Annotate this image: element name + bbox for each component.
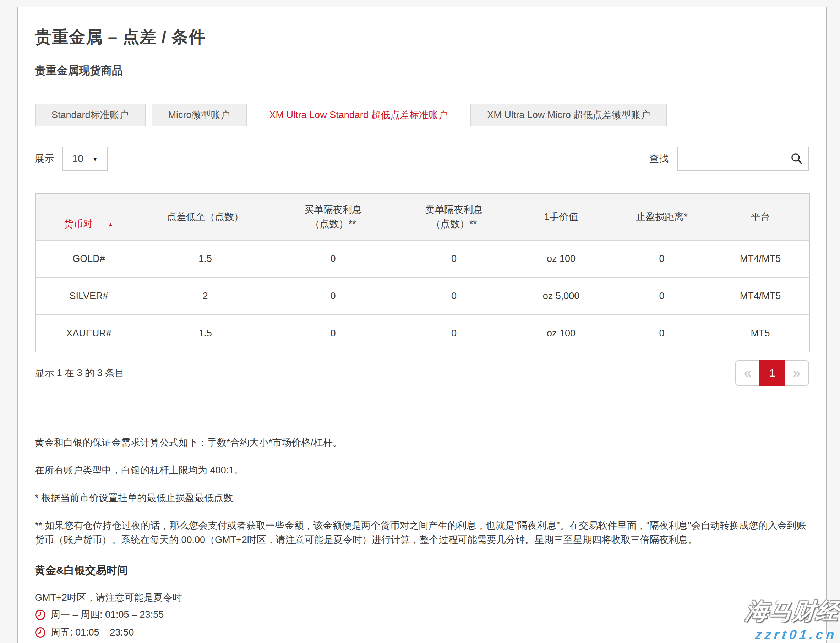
content-card: 贵重金属 – 点差 / 条件 贵重金属现货商品 Standard标准账户 Mic… — [17, 7, 827, 643]
section-divider — [35, 411, 809, 411]
schedule-line: 周一 – 周四: 01:05 – 23:55 — [35, 607, 809, 622]
cell-swap-long: 0 — [268, 240, 398, 277]
tab-ultra-low-standard[interactable]: XM Ultra Low Standard 超低点差标准账户 — [253, 104, 465, 126]
cell-swap-long: 0 — [268, 277, 398, 315]
search-icon — [790, 152, 803, 165]
sort-asc-icon: ▲ — [108, 221, 114, 228]
cell-symbol: XAUEUR# — [35, 315, 142, 352]
cell-platform: MT5 — [711, 315, 809, 352]
account-type-tabs: Standard标准账户 Micro微型账户 XM Ultra Low Stan… — [35, 104, 809, 126]
search-label: 查找 — [649, 152, 668, 165]
pagination-prev-button[interactable]: « — [735, 360, 760, 386]
table-footer: 显示 1 在 3 的 3 条目 « 1 » — [35, 360, 809, 386]
limit-stop-note: * 根据当前市价设置挂单的最低止损盈最低点数 — [35, 491, 809, 505]
cell-limit-stop: 0 — [612, 277, 711, 315]
cell-symbol: SILVER# — [35, 277, 142, 315]
cell-lot-value: oz 100 — [510, 315, 612, 352]
tab-label: XM Ultra Low Micro 超低点差微型账户 — [487, 109, 650, 121]
clock-icon — [35, 627, 46, 638]
pagination: « 1 » — [735, 360, 809, 386]
table-header-row: 货币对▲ 点差低至（点数） 买单隔夜利息 （点数）** 卖单隔夜利息 （点数）*… — [35, 193, 809, 240]
cell-platform: MT4/MT5 — [711, 277, 809, 315]
cell-lot-value: oz 100 — [510, 240, 612, 277]
schedule-line: 周五: 01:05 – 23:50 — [35, 625, 809, 640]
cell-limit-stop: 0 — [612, 315, 711, 352]
tab-label: Standard标准账户 — [51, 109, 129, 121]
table-row: SILVER# 2 0 0 oz 5,000 0 MT4/MT5 — [35, 277, 809, 315]
cell-spread: 1.5 — [142, 315, 268, 352]
chevrons-left-icon: « — [744, 366, 751, 381]
clock-icon — [35, 609, 46, 620]
tab-label: XM Ultra Low Standard 超低点差标准账户 — [270, 109, 448, 121]
page-title: 贵重金属 – 点差 / 条件 — [35, 26, 809, 48]
pagination-page-1[interactable]: 1 — [760, 360, 785, 386]
cell-swap-long: 0 — [268, 315, 398, 352]
cell-spread: 1.5 — [142, 240, 268, 277]
cell-spread: 2 — [142, 277, 268, 315]
tab-ultra-low-micro[interactable]: XM Ultra Low Micro 超低点差微型账户 — [471, 104, 667, 126]
leverage-note: 在所有账户类型中，白银的杠杆上限均为 400:1。 — [35, 463, 809, 477]
chevron-down-icon: ▼ — [92, 154, 98, 163]
pagination-next-button[interactable]: » — [785, 360, 809, 386]
column-header-limit-stop[interactable]: 止盈损距离* — [612, 193, 711, 240]
entries-summary: 显示 1 在 3 的 3 条目 — [35, 367, 124, 379]
table-row: XAUEUR# 1.5 0 0 oz 100 0 MT5 — [35, 315, 809, 352]
column-header-swap-short[interactable]: 卖单隔夜利息 （点数）** — [398, 193, 510, 240]
column-header-swap-long[interactable]: 买单隔夜利息 （点数）** — [268, 193, 398, 240]
timezone-note: GMT+2时区，请注意可能是夏令时 — [35, 591, 809, 604]
tab-label: Micro微型账户 — [168, 109, 230, 121]
search-input[interactable] — [678, 147, 808, 170]
table-controls: 展示 10 ▼ 查找 — [35, 147, 809, 171]
search-box — [677, 147, 809, 171]
column-header-lot-value[interactable]: 1手价值 — [510, 193, 612, 240]
watermark-brand: 海马财经 — [744, 596, 840, 627]
column-header-label: 货币对 — [64, 219, 93, 229]
cell-swap-short: 0 — [398, 240, 510, 277]
cell-lot-value: oz 5,000 — [510, 277, 612, 315]
margin-formula-note: 黄金和白银的保证金需求计算公式如下：手数*合约大小*市场价格/杠杆。 — [35, 436, 809, 450]
tab-standard[interactable]: Standard标准账户 — [35, 104, 145, 126]
swap-note: ** 如果您有仓位持仓过夜的话，那么您会支付或者获取一些金额，该金额便是两个货币… — [35, 519, 809, 547]
watermark-site: zzrt01.cn — [742, 627, 838, 642]
page-size-select[interactable]: 10 ▼ — [62, 147, 108, 171]
schedule-text: 周一 – 周四: 01:05 – 23:55 — [51, 607, 163, 622]
column-header-spread[interactable]: 点差低至（点数） — [142, 193, 268, 240]
show-label: 展示 — [35, 152, 54, 165]
cell-platform: MT4/MT5 — [711, 240, 809, 277]
tab-micro[interactable]: Micro微型账户 — [152, 104, 247, 126]
column-header-symbol[interactable]: 货币对▲ — [35, 193, 142, 240]
trading-hours-heading: 黄金&白银交易时间 — [35, 563, 809, 578]
watermark: 海马财经 zzrt01.cn — [742, 596, 840, 642]
column-header-platform[interactable]: 平台 — [711, 193, 809, 240]
cell-swap-short: 0 — [398, 277, 510, 315]
cell-limit-stop: 0 — [612, 240, 711, 277]
chevrons-right-icon: » — [793, 366, 800, 381]
instruments-table: 货币对▲ 点差低至（点数） 买单隔夜利息 （点数）** 卖单隔夜利息 （点数）*… — [35, 193, 810, 353]
schedule-text: 周五: 01:05 – 23:50 — [51, 625, 134, 640]
table-row: GOLD# 1.5 0 0 oz 100 0 MT4/MT5 — [35, 240, 809, 277]
page-subtitle: 贵重金属现货商品 — [35, 63, 809, 78]
cell-swap-short: 0 — [398, 315, 510, 352]
page-size-value: 10 — [72, 153, 83, 165]
cell-symbol: GOLD# — [35, 240, 142, 277]
